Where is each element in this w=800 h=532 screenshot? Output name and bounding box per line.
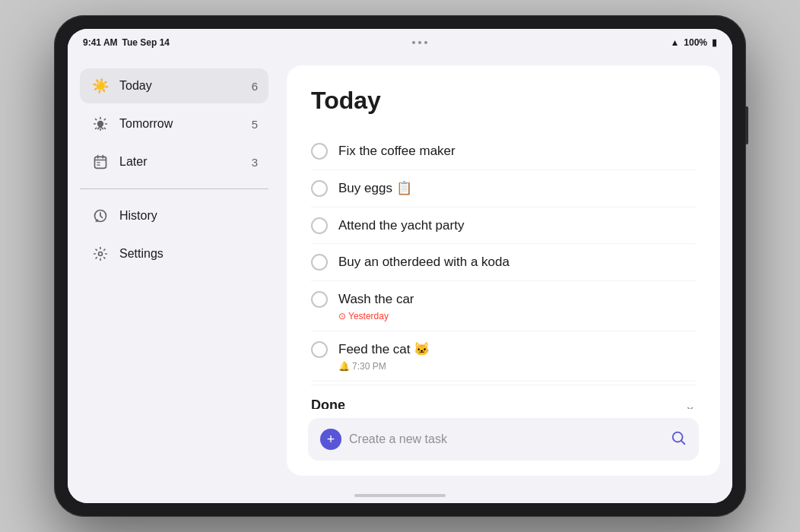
task-item: Buy an otherdeed with a koda	[311, 244, 696, 281]
status-time: 9:41 AM	[83, 37, 118, 48]
ipad-device: 9:41 AM Tue Sep 14 ▲ 100% ▮	[54, 15, 746, 517]
task-item: Buy eggs 📋	[311, 170, 696, 207]
battery-percent: 100%	[684, 37, 707, 48]
task-checkbox-1[interactable]	[311, 143, 328, 160]
task-meta-5: ⊙ Yesterday	[338, 311, 696, 321]
overdue-badge: ⊙ Yesterday	[338, 311, 389, 321]
svg-line-6	[104, 128, 105, 128]
status-bar: 9:41 AM Tue Sep 14 ▲ 100% ▮	[68, 29, 732, 53]
home-bar	[354, 494, 446, 497]
settings-icon	[90, 244, 110, 264]
tomorrow-count: 5	[252, 118, 258, 131]
sidebar-item-settings[interactable]: Settings	[80, 236, 268, 271]
dot3	[424, 41, 427, 44]
task-text-4: Buy an otherdeed with a koda	[338, 255, 510, 269]
search-icon[interactable]	[670, 429, 687, 450]
battery-icon: ▮	[712, 37, 717, 48]
wifi-icon: ▲	[670, 37, 679, 48]
svg-point-0	[97, 121, 103, 127]
done-section-title: Done	[311, 397, 345, 409]
today-label: Today	[119, 79, 152, 93]
history-icon	[90, 206, 110, 226]
task-item: Fix the coffee maker	[311, 133, 696, 170]
svg-point-20	[99, 252, 103, 256]
svg-line-8	[96, 128, 97, 128]
svg-rect-9	[95, 157, 106, 168]
task-text-1: Fix the coffee maker	[338, 144, 456, 158]
svg-line-17	[100, 216, 103, 218]
today-count: 6	[252, 80, 258, 93]
task-text-6: Feed the cat 🐱	[338, 342, 430, 356]
later-icon	[90, 152, 110, 172]
svg-line-7	[104, 119, 105, 120]
done-chevron-icon: ⌄	[684, 397, 696, 409]
sidebar: ☀️ Today 6	[68, 53, 281, 488]
tomorrow-icon	[90, 114, 110, 134]
sidebar-divider	[80, 188, 268, 189]
settings-label: Settings	[119, 247, 163, 261]
today-icon: ☀️	[90, 76, 110, 96]
svg-line-22	[681, 441, 684, 444]
side-button[interactable]	[745, 106, 748, 144]
status-bar-right: ▲ 100% ▮	[670, 37, 717, 48]
alarm-icon: 🔔	[338, 361, 350, 372]
sidebar-item-later[interactable]: Later 3	[80, 144, 268, 179]
task-checkbox-4[interactable]	[311, 254, 328, 271]
history-label: History	[119, 209, 157, 223]
task-text-3: Attend the yacht party	[338, 218, 464, 233]
svg-line-5	[96, 119, 97, 120]
ipad-screen: 9:41 AM Tue Sep 14 ▲ 100% ▮	[68, 29, 732, 503]
status-bar-left: 9:41 AM Tue Sep 14	[83, 37, 170, 48]
sidebar-item-today[interactable]: ☀️ Today 6	[80, 68, 268, 103]
home-indicator	[68, 488, 732, 503]
dot2	[418, 41, 421, 44]
tomorrow-label: Tomorrow	[119, 117, 173, 131]
time-badge: 🔔 7:30 PM	[338, 361, 386, 372]
main-panel: Today Fix the coffee maker	[281, 53, 732, 488]
overdue-icon: ⊙	[338, 311, 346, 321]
create-task-bar[interactable]: + Create a new task	[308, 418, 699, 461]
task-card: Today Fix the coffee maker	[287, 65, 720, 476]
app-content: ☀️ Today 6	[68, 53, 732, 488]
done-section-header[interactable]: Done ⌄	[311, 385, 696, 409]
status-date: Tue Sep 14	[122, 37, 170, 48]
task-item: Feed the cat 🐱 🔔 7:30 PM	[311, 331, 696, 382]
task-text-2: Buy eggs 📋	[338, 181, 412, 195]
sidebar-item-tomorrow[interactable]: Tomorrow 5	[80, 106, 268, 141]
create-task-label: Create a new task	[349, 432, 447, 446]
task-item: Attend the yacht party	[311, 207, 696, 245]
task-checkbox-5[interactable]	[311, 291, 328, 308]
task-checkbox-3[interactable]	[311, 217, 328, 234]
later-label: Later	[119, 155, 147, 169]
task-item: Wash the car ⊙ Yesterday	[311, 281, 696, 331]
task-checkbox-6[interactable]	[311, 341, 328, 358]
page-title: Today	[311, 87, 696, 115]
task-text-5: Wash the car	[338, 292, 414, 306]
task-meta-6: 🔔 7:30 PM	[338, 361, 696, 372]
task-list-container: Today Fix the coffee maker	[287, 65, 720, 409]
sidebar-item-history[interactable]: History	[80, 198, 268, 233]
later-count: 3	[252, 156, 258, 169]
time-label: 7:30 PM	[352, 361, 386, 372]
task-checkbox-2[interactable]	[311, 180, 328, 197]
dot1	[412, 41, 415, 44]
status-bar-center	[412, 41, 427, 44]
add-task-button[interactable]: +	[320, 429, 341, 450]
overdue-label: Yesterday	[348, 311, 389, 321]
